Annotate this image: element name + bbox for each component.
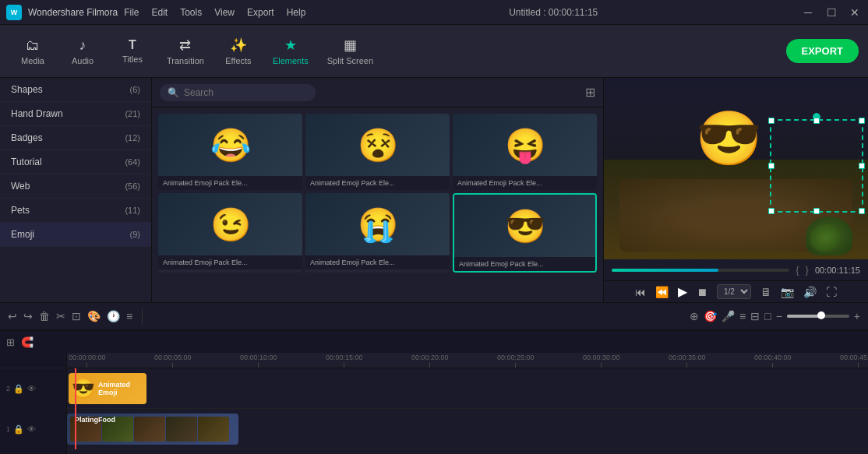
menu-view[interactable]: View (214, 7, 235, 18)
preview-emoji-element: 😎 (696, 107, 762, 170)
bottom-controls: ↩ ↪ 🗑 ✂ ⊡ 🎨 🕐 ≡ ⊕ 🎯 🎤 ≡ ⊟ □ − + (0, 302, 868, 330)
sidebar-item-badges[interactable]: Badges (12) (0, 126, 151, 150)
media-card-5[interactable]: 😭 Animated Emoji Pack Ele... (305, 193, 450, 273)
search-box[interactable]: 🔍 (160, 84, 316, 101)
toolbar-transition[interactable]: ⇄ Transition (159, 32, 212, 70)
delete-icon[interactable]: 🗑 (39, 310, 50, 322)
sidebar-item-handdrawn[interactable]: Hand Drawn (21) (0, 102, 151, 126)
close-icon[interactable]: ✕ (848, 6, 862, 19)
crop-icon[interactable]: ⊡ (72, 310, 81, 322)
media-thumb-2: 😵 (305, 114, 450, 176)
fullscreen-button[interactable]: ⛶ (826, 286, 837, 298)
play-button[interactable]: ▶ (678, 284, 687, 299)
menu-export[interactable]: Export (247, 7, 274, 18)
toolbar-splitscreen[interactable]: ▦ Split Screen (319, 32, 381, 70)
handle-bl[interactable] (768, 208, 774, 214)
menu-file[interactable]: File (124, 7, 139, 18)
handle-bc[interactable] (813, 208, 820, 214)
media-card-6[interactable]: 😎 Animated Emoji Pack Ele... (453, 193, 597, 273)
zoom-out-icon[interactable]: − (776, 310, 782, 322)
marker-icon[interactable]: 🎯 (704, 310, 717, 322)
clip-emoji-label: Animated Emoji (98, 381, 143, 396)
selection-container[interactable]: 😎 (688, 100, 782, 189)
project-title: Untitled : 00:00:11:15 (509, 7, 598, 18)
media-card-3[interactable]: 😝 Animated Emoji Pack Ele... (453, 114, 597, 190)
sidebar-item-web[interactable]: Web (56) (0, 174, 151, 199)
menu-edit[interactable]: Edit (152, 7, 168, 18)
emoji-clip-block[interactable]: 😎 Animated Emoji (69, 373, 146, 404)
emoji-laughing: 😂 (210, 126, 251, 164)
toolbar-effects[interactable]: ✨ Effects (215, 32, 262, 70)
redo-icon[interactable]: ↪ (23, 310, 33, 322)
menu-tools[interactable]: Tools (180, 7, 202, 18)
frame-back-button[interactable]: ⏪ (655, 286, 669, 298)
menu-help[interactable]: Help (287, 7, 306, 18)
ruler-mark-45: 00:00:45:00 (840, 354, 868, 368)
handle-tc[interactable] (813, 118, 820, 124)
track-num-2: 2 (6, 385, 10, 392)
voiceover-icon[interactable]: 🎤 (722, 310, 735, 322)
media-card-4[interactable]: 😉 Animated Emoji Pack Ele... (158, 193, 302, 273)
sidebar-item-tutorial[interactable]: Tutorial (64) (0, 150, 151, 174)
undo-icon[interactable]: ↩ (8, 310, 17, 322)
track1-lock-icon[interactable]: 🔒 (13, 424, 24, 435)
ruler-mark-5: 00:00:05:00 (154, 354, 192, 368)
handle-ml[interactable] (768, 163, 774, 169)
zoom-slider[interactable] (787, 315, 849, 318)
handle-mr[interactable] (859, 163, 865, 169)
track1-eye-icon[interactable]: 👁 (27, 424, 36, 434)
elements-label: Elements (273, 56, 309, 65)
deselect-icon[interactable]: ⊟ (750, 310, 760, 322)
handle-br[interactable] (859, 208, 865, 214)
grid-toggle-icon[interactable]: ⊞ (585, 85, 595, 100)
media-card-1[interactable]: 😂 Animated Emoji Pack Ele... (158, 114, 302, 190)
track-type-icon[interactable]: ⊕ (690, 310, 699, 322)
stop-button[interactable]: ⏹ (697, 286, 707, 298)
toolbar-elements[interactable]: ★ Elements (265, 32, 316, 70)
timeline-cursor[interactable] (75, 368, 76, 449)
cut-icon[interactable]: ✂ (56, 310, 65, 322)
video-clip-block[interactable]: PlatingFood (67, 414, 238, 445)
restore-icon[interactable]: ☐ (824, 6, 838, 19)
volume-button[interactable]: 🔊 (803, 286, 817, 298)
audio-icon: ♪ (79, 37, 86, 54)
sidebar-item-emoji[interactable]: Emoji (9) (0, 223, 151, 247)
speed-icon[interactable]: 🕐 (107, 310, 120, 322)
export-button[interactable]: EXPORT (786, 39, 859, 63)
toolbar-titles[interactable]: T Titles (109, 33, 156, 69)
media-icon: 🗂 (26, 37, 40, 54)
media-label-5: Animated Emoji Pack Ele... (305, 255, 450, 269)
media-thumb-5: 😭 (305, 193, 450, 255)
audio-mix-icon[interactable]: ≡ (126, 310, 132, 322)
ruler-mark-20: 00:00:20:00 (411, 354, 449, 368)
speed-select[interactable]: 1/2 1 2 (717, 284, 751, 299)
minimize-icon[interactable]: ─ (801, 6, 815, 19)
timeline-snap-icon[interactable]: ⊞ (6, 336, 15, 348)
track-lock-icon[interactable]: 🔒 (13, 384, 24, 394)
mixer-icon[interactable]: ≡ (739, 310, 746, 322)
media-card-2[interactable]: 😵 Animated Emoji Pack Ele... (305, 114, 450, 190)
toolbar-media[interactable]: 🗂 Media (9, 33, 56, 70)
skip-back-button[interactable]: ⏮ (635, 286, 646, 298)
timeline-magnet-icon[interactable]: 🧲 (21, 336, 34, 348)
toolbar: 🗂 Media ♪ Audio T Titles ⇄ Transition ✨ … (0, 25, 868, 78)
zoom-in-icon[interactable]: + (854, 310, 860, 322)
splitscreen-label: Split Screen (327, 56, 373, 65)
media-thumb-1: 😂 (158, 114, 302, 176)
search-input[interactable] (184, 87, 308, 98)
snapshot-button[interactable]: 📷 (781, 286, 794, 298)
track-content-2: 😎 Animated Emoji (67, 368, 868, 408)
title-bar-left: W Wondershare Filmora File Edit Tools Vi… (6, 5, 305, 20)
handle-tl[interactable] (768, 118, 774, 124)
media-label-3: Animated Emoji Pack Ele... (453, 176, 597, 190)
color-icon[interactable]: 🎨 (87, 310, 101, 322)
progress-bar[interactable] (612, 269, 789, 272)
sidebar-item-shapes[interactable]: Shapes (6) (0, 78, 151, 102)
preview-mode-button[interactable]: 🖥 (760, 286, 771, 298)
time-bracket-start: { (796, 264, 799, 276)
sidebar-item-pets[interactable]: Pets (11) (0, 199, 151, 223)
select-icon[interactable]: □ (764, 310, 771, 322)
handle-tr[interactable] (859, 118, 865, 124)
toolbar-audio[interactable]: ♪ Audio (59, 33, 106, 70)
track-eye-icon[interactable]: 👁 (27, 384, 36, 393)
